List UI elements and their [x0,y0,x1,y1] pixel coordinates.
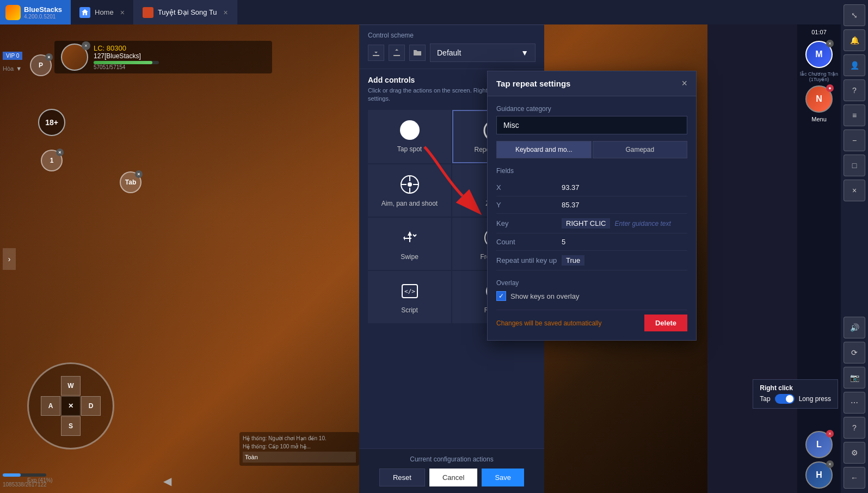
modal-title: Tap repeat settings [496,79,570,88]
dpad-right[interactable]: D [81,396,101,416]
right-click-label: Right click [760,384,831,392]
game-tab[interactable]: Tuyệt Đại Song Tu × [134,0,237,24]
field-count-value: 5 [562,238,687,246]
gamepad-tab[interactable]: Gamepad [593,141,688,158]
n-label: Menu [811,116,827,122]
topbar: BlueStacks 4.200.0.5201 Home × Tuyệt Đại… [0,0,841,24]
more-options-btn[interactable]: ⋯ [844,392,865,414]
control-scheme-section: Control scheme Default ▼ [359,25,544,69]
game-icon [143,7,153,18]
expand-left-btn[interactable]: › [3,248,16,270]
scheme-row: Default ▼ [368,44,535,62]
current-config-title: Current configuration actions [368,455,535,463]
vip-badge: VIP 0 [3,52,22,60]
screenshot-btn[interactable]: 📷 [844,367,865,389]
tab-button[interactable]: Tab× [120,171,141,193]
tap-toggle[interactable] [775,394,795,404]
dpad-up[interactable]: W [61,376,81,396]
tap-repeat-modal: Tap repeat settings × Guidance category … [487,71,697,341]
tap-toggle-row: Tap Long press [760,394,831,404]
control-swipe[interactable]: Swipe [368,218,451,270]
modal-header: Tap repeat settings × [488,71,696,96]
right-sidebar: ⤡ 🔔 👤 ? ≡ − □ × 🔊 ⟳ 📷 ⋯ ? ⚙ ← [841,0,868,493]
control-aim-pan-shoot[interactable]: Aim, pan and shoot [368,164,451,217]
field-x-value: 93.37 [562,183,687,192]
vip-controls: Hòa ▼ [3,65,22,72]
delete-button[interactable]: Delete [644,315,687,331]
long-press-label: Long press [799,395,831,403]
player-hp: 57051/57154 [94,64,159,70]
reset-button[interactable]: Reset [379,469,425,486]
minimize-btn[interactable]: − [844,130,865,151]
svg-point-0 [400,120,420,140]
close-app-btn[interactable]: × [844,180,865,201]
save-button[interactable]: Save [482,469,524,486]
question-btn[interactable]: ? [844,417,865,439]
h-avatar[interactable]: H × [805,461,833,489]
scheme-dropdown[interactable]: Default ▼ [430,44,535,62]
gold-display: LC: 80300 [94,44,159,52]
tap-spot-label: Tap spot [397,145,422,153]
p-button[interactable]: P× [30,54,52,76]
dpad-left[interactable]: A [41,396,60,416]
notification-btn[interactable]: 🔔 [844,29,865,51]
volume-btn[interactable]: 🔊 [844,317,865,338]
field-y-value: 85.37 [562,201,687,209]
field-y: Y 85.37 [496,196,687,214]
control-script[interactable]: </> Script [368,271,451,323]
home-tab[interactable]: Home × [71,0,134,24]
player-info-bar: × LC: 80300 127[BlueStacks] 57051/57154 [54,41,272,73]
account-btn[interactable]: 👤 [844,54,865,76]
control-tap-spot[interactable]: Tap spot [368,110,451,163]
scheme-export-btn[interactable] [389,45,405,61]
l-avatar[interactable]: L × [805,431,833,458]
show-keys-checkbox[interactable]: ✓ [496,291,506,301]
field-guidance-text: Enter guidance text [614,220,670,227]
1-button[interactable]: 1× [41,150,63,171]
modal-tabs: Keyboard and mo... Gamepad [496,141,687,158]
field-repeat: Repeat until key up True [496,251,687,270]
m-avatar[interactable]: M × [805,41,833,68]
keyboard-tab[interactable]: Keyboard and mo... [496,141,592,158]
scroll-down-btn[interactable]: ◀ [163,474,171,488]
field-key-value[interactable]: RIGHT CLIC [562,218,610,229]
settings-btn[interactable]: ⚙ [844,442,865,464]
player-avatar: × [61,44,88,71]
game-tab-close[interactable]: × [224,8,228,17]
scheme-folder-btn[interactable] [409,45,426,61]
restore-btn[interactable]: □ [844,155,865,176]
game-server-info: lắc Chương Trận (1Tuyến) [797,71,841,82]
help-btn[interactable]: ? [844,79,865,101]
game-tab-label: Tuyệt Đại Song Tu [158,8,217,16]
field-y-name: Y [496,201,562,209]
svg-point-8 [408,182,412,187]
svg-text:</>: </> [404,288,415,295]
menu-btn[interactable]: ≡ [844,104,865,126]
chat-input[interactable]: Toàn [243,452,356,463]
n-avatar[interactable]: N ● [805,85,833,113]
field-x: X 93.37 [496,179,687,196]
back-btn[interactable]: ← [844,467,865,489]
modal-footer: Changes will be saved automatically Dele… [496,310,687,331]
aim-pan-shoot-label: Aim, pan and shoot [381,200,438,207]
fullscreen-btn[interactable]: ⤡ [844,4,865,26]
scheme-import-btn[interactable] [368,45,384,61]
swipe-label: Swipe [401,253,418,261]
home-tab-close[interactable]: × [120,8,125,17]
fields-section: Fields X 93.37 Y 85.37 Key RIGHT CLIC En… [496,167,687,270]
field-count: Count 5 [496,233,687,251]
logo-text: BlueStacks 4.200.0.5201 [24,5,62,20]
modal-close-btn[interactable]: × [681,78,687,89]
dpad-down[interactable]: S [61,416,81,436]
field-count-name: Count [496,238,562,246]
rotate-screen-btn[interactable]: ⟳ [844,342,865,363]
cancel-button[interactable]: Cancel [429,469,477,486]
exp-label: Exp (41%) [27,477,53,483]
guidance-input[interactable] [496,116,687,134]
home-tab-label: Home [95,8,114,16]
show-keys-label: Show keys on overlay [510,292,579,300]
field-repeat-value[interactable]: True [562,255,584,266]
modal-body: Guidance category Keyboard and mo... Gam… [488,96,696,340]
right-click-tooltip: Right click Tap Long press [753,379,838,409]
game-right-panel: 01:07 M × lắc Chương Trận (1Tuyến) N ● M… [797,24,841,493]
